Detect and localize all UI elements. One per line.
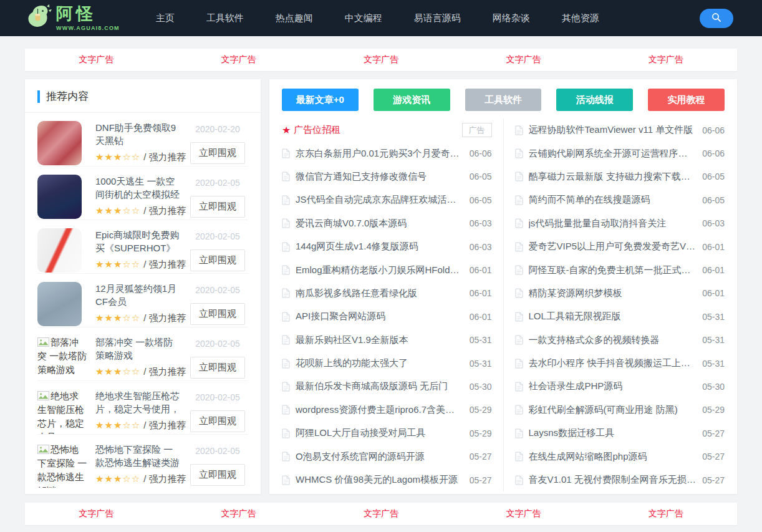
view-now-button[interactable]: 立即围观 — [190, 303, 245, 325]
category-button[interactable]: 实用教程 — [648, 89, 725, 111]
article-row: JS代码全自动完成京东品牌狂欢城活动任务 06-05 — [282, 188, 492, 211]
view-now-button[interactable]: 立即围观 — [190, 196, 245, 218]
document-icon — [515, 405, 523, 415]
card-thumbnail[interactable] — [37, 121, 87, 166]
view-now-button[interactable]: 立即围观 — [190, 464, 245, 486]
text-ad-link[interactable]: 文字广告 — [595, 508, 737, 520]
article-title-link[interactable]: LOL工具箱无限视距版 — [529, 311, 703, 322]
card-title-link[interactable]: 12月灵狐签约领1月CF会员 — [95, 282, 182, 308]
article-title-link[interactable]: 花呗新上线的功能太强大了 — [296, 357, 470, 369]
article-title-link[interactable]: 京东白条新用户0.01元购买3个月爱奇艺黄... — [296, 148, 470, 160]
category-button[interactable]: 活动线报 — [556, 89, 633, 111]
search-button[interactable] — [700, 9, 733, 28]
stars-empty-icon: ☆☆ — [122, 366, 140, 377]
article-title-link[interactable]: 爱讯云商城V0.7.0版本源码 — [296, 218, 470, 230]
article-row: Emlog重构精仿老版小刀娱乐网HFoldao模... 06-01 — [282, 258, 492, 281]
article-title-link[interactable]: wordpress资源付费主题ripro6.7含美化包... — [296, 404, 470, 416]
thumbnail-image — [37, 121, 82, 165]
article-title-link[interactable]: 阿狸LOL大厅自动接受对局工具 — [296, 427, 470, 439]
article-title-link[interactable]: 南瓜影视多线路任意看绿化版 — [296, 288, 470, 299]
nav-item[interactable]: 其他资源 — [562, 12, 599, 24]
view-now-button[interactable]: 立即围观 — [190, 249, 245, 271]
document-icon — [282, 452, 290, 462]
card-thumbnail[interactable] — [37, 282, 87, 327]
text-ad-link[interactable]: 文字广告 — [452, 508, 594, 520]
article-title-link[interactable]: 彩虹代刷全解源码(可商业用途 防黑) — [529, 404, 703, 416]
article-title-link[interactable]: 酷享磁力云最新版 支持磁力搜索下载和一... — [529, 171, 703, 183]
view-now-button[interactable]: 立即围观 — [190, 357, 245, 379]
ad-slot-row: ★ 广告位招租 广告 — [282, 118, 492, 142]
article-row: 简约而不简单的在线搜题源码 06-05 — [515, 188, 725, 211]
article-date: 06-01 — [702, 242, 725, 252]
site-logo[interactable]: 阿怪 WWW.AGUAI8.COM — [24, 3, 120, 33]
nav-item[interactable]: 工具软件 — [206, 12, 244, 24]
article-title-link[interactable]: 云铺购代刷网系统全开源可运营程序搭建 — [529, 148, 703, 160]
article-title-link[interactable]: 一款支持格式众多的视频转换器 — [529, 334, 703, 346]
card-thumbnail[interactable]: 部落冲突 一款塔防策略游戏 — [37, 336, 87, 380]
text-ad-link[interactable]: 文字广告 — [310, 508, 452, 520]
article-title-link[interactable]: 最新乐购社区V1.9全新版本 — [296, 334, 470, 346]
text-ad-link[interactable]: 文字广告 — [167, 508, 309, 520]
article-row: 最新伯乐发卡商城高级版源码 无后门 05-30 — [282, 375, 492, 398]
article-title-link[interactable]: Laysns数据迁移工具 — [529, 427, 703, 439]
article-list-panel: 最新文章+0 游戏资讯 工具软件 活动线报 实用教程 ★ 广告位招租 广告 — [269, 79, 737, 494]
card-meta: 2020-02-05 立即围观 — [187, 228, 248, 273]
article-title-link[interactable]: JS代码全自动完成京东品牌狂欢城活动任务 — [296, 194, 470, 206]
category-button[interactable]: 游戏资讯 — [374, 89, 450, 111]
article-title-link[interactable]: 最新伯乐发卡商城高级版源码 无后门 — [296, 380, 470, 392]
nav-item[interactable]: 网络杂谈 — [493, 12, 530, 24]
nav-item[interactable]: 主页 — [156, 12, 175, 24]
category-button[interactable]: 工具软件 — [465, 89, 542, 111]
recommended-card: 1000天逃生 一款空间街机的太空模拟经营游戏 ★★★☆☆/ 强力推荐 2020… — [37, 167, 248, 220]
recommended-card: 部落冲突 一款塔防策略游戏 部落冲突 一款塔防策略游戏 ★★★☆☆/ 强力推荐 … — [37, 327, 248, 381]
article-title-link[interactable]: 社会语录生成PHP源码 — [529, 380, 703, 392]
card-title-link[interactable]: 部落冲突 一款塔防策略游戏 — [95, 336, 182, 362]
text-ad-link[interactable]: 文字广告 — [25, 54, 167, 65]
category-button[interactable]: 最新文章+0 — [282, 89, 359, 111]
card-title-link[interactable]: DNF助手免费领取9天黑钻 — [95, 121, 182, 147]
document-icon — [515, 218, 523, 228]
document-icon — [515, 148, 523, 158]
article-title-link[interactable]: 在线生成网站缩略图php源码 — [529, 451, 703, 463]
article-title-link[interactable]: 音友V1.01 无视付费限制全网音乐无损免费... — [529, 474, 703, 486]
text-ad-link[interactable]: 文字广告 — [595, 54, 737, 65]
article-title-link[interactable]: 远程协助软件TeamViewer v11 单文件版 — [529, 124, 703, 136]
card-thumbnail[interactable] — [37, 175, 87, 220]
card-title-link[interactable]: 1000天逃生 一款空间街机的太空模拟经营游戏 — [95, 175, 182, 201]
text-ad-link[interactable]: 文字广告 — [452, 54, 594, 65]
nav-item[interactable]: 热点趣闻 — [276, 12, 313, 24]
article-title-link[interactable]: 爱奇艺VIP5以上用户可免费发爱奇艺VIP红包 — [529, 241, 703, 253]
card-title-link[interactable]: 绝地求生智能压枪芯片，稳定大号使用，永久免费 — [95, 389, 182, 415]
article-row: wordpress资源付费主题ripro6.7含美化包... 05-29 — [282, 399, 492, 422]
article-title-link[interactable]: API接口聚合网站源码 — [296, 311, 470, 322]
article-title-link[interactable]: 144g网页生成v1.4修复版源码 — [296, 241, 470, 253]
card-thumbnail[interactable]: 绝地求生智能压枪芯片，稳定大号 — [37, 389, 87, 434]
article-title-link[interactable]: 微信官方通知已支持修改微信号 — [296, 171, 470, 183]
text-ad-link[interactable]: 文字广告 — [310, 54, 452, 65]
view-now-button[interactable]: 立即围观 — [190, 410, 245, 432]
card-meta: 2020-02-05 立即围观 — [187, 389, 248, 434]
article-title-link[interactable]: 阿怪互联-自家的免费主机第一批正式开启 — [529, 264, 703, 276]
article-title-link[interactable]: O泡易支付系统官网的源码开源 — [296, 451, 470, 463]
article-title-link[interactable]: 去水印小程序 快手抖音视频搬运工上热门... — [529, 357, 703, 369]
article-title-link[interactable]: 精防某资源网织梦模板 — [529, 288, 703, 299]
article-row: API接口聚合网站源码 06-01 — [282, 305, 492, 328]
nav-item[interactable]: 中文编程 — [345, 12, 382, 24]
article-date: 06-03 — [702, 218, 725, 228]
ad-badge: 广告 — [462, 123, 492, 137]
article-title-link[interactable]: Emlog重构精仿老版小刀娱乐网HFoldao模... — [296, 264, 470, 276]
ad-slot-link[interactable]: 广告位招租 — [294, 124, 461, 136]
article-title-link[interactable]: WHMCS 价值98美元的Lagom模板开源 — [296, 474, 470, 486]
card-thumbnail[interactable] — [37, 228, 87, 273]
card-title-link[interactable]: 恐怖地下室探险 一款恐怖逃生解谜类游戏 — [95, 443, 182, 469]
text-ad-link[interactable]: 文字广告 — [167, 54, 309, 65]
nav-item[interactable]: 易语言源码 — [414, 12, 461, 24]
text-ad-link[interactable]: 文字广告 — [25, 508, 167, 520]
article-date: 05-31 — [470, 359, 492, 369]
article-title-link[interactable]: js代码批量批量自动取消抖音关注 — [529, 218, 703, 230]
view-now-button[interactable]: 立即围观 — [190, 142, 245, 164]
article-title-link[interactable]: 简约而不简单的在线搜题源码 — [529, 194, 703, 206]
card-thumbnail[interactable]: 恐怖地下室探险 一款恐怖逃生解谜 — [37, 443, 87, 488]
card-title-link[interactable]: Epic商城限时免费购买《SUPERHOT》游戏 — [95, 228, 182, 254]
article-date: 05-27 — [702, 452, 725, 462]
